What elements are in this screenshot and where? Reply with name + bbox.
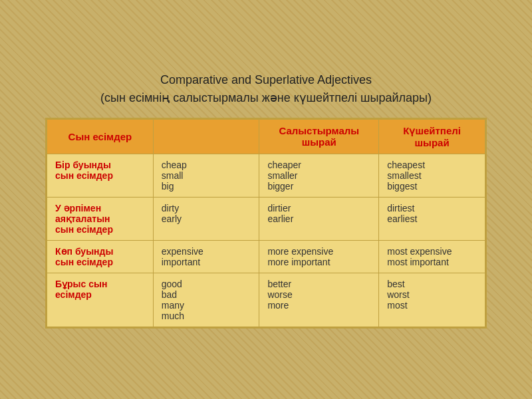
- category-4: Бұрыс сынесімдер: [47, 273, 154, 327]
- table-row: Көп буындысын есімдер expensiveimportant…: [47, 240, 485, 273]
- category-1: Бір буындысын есімдер: [47, 154, 154, 197]
- comparative-3: more expensivemore important: [259, 240, 379, 273]
- col-header-comparative: Салыстырмалы шырай: [259, 119, 379, 154]
- page-title: Comparative and Superlative Adjectives (…: [100, 71, 432, 107]
- comparative-2: dirtierearlier: [259, 197, 379, 240]
- superlative-3: most expensivemost important: [379, 240, 485, 273]
- adjectives-table: Сын есімдер Салыстырмалы шырай Күшейтпел…: [47, 119, 485, 327]
- category-3: Көп буындысын есімдер: [47, 240, 154, 273]
- col-header-superlative: Күшейтпелі шырай: [379, 119, 485, 154]
- superlative-2: dirtiestearliest: [379, 197, 485, 240]
- superlative-4: bestworstmost: [379, 273, 485, 327]
- col-header-base: [153, 119, 259, 154]
- table-wrapper: Сын есімдер Салыстырмалы шырай Күшейтпел…: [45, 118, 487, 329]
- comparative-1: cheapersmallerbigger: [259, 154, 379, 197]
- base-4: goodbadmanymuch: [153, 273, 259, 327]
- table-row: Бұрыс сынесімдер goodbadmanymuch betterw…: [47, 273, 485, 327]
- base-1: cheapsmallbig: [153, 154, 259, 197]
- table-row: Бір буындысын есімдер cheapsmallbig chea…: [47, 154, 485, 197]
- comparative-4: betterworsemore: [259, 273, 379, 327]
- title-line1: Comparative and Superlative Adjectives: [100, 71, 432, 89]
- col-header-category: Сын есімдер: [47, 119, 154, 154]
- base-3: expensiveimportant: [153, 240, 259, 273]
- category-2: У әрпіменаяқталатынсын есімдер: [47, 197, 154, 240]
- base-2: dirtyearly: [153, 197, 259, 240]
- title-line2: (сын есімнің салыстырмалы және күшейтпел…: [100, 89, 432, 107]
- superlative-1: cheapestsmallestbiggest: [379, 154, 485, 197]
- table-row: У әрпіменаяқталатынсын есімдер dirtyearl…: [47, 197, 485, 240]
